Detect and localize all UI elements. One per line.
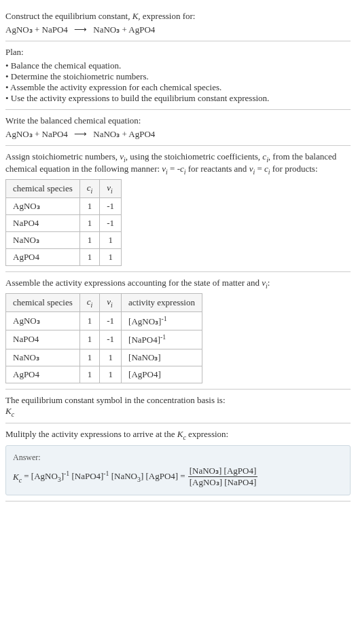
col-v: νi — [100, 294, 122, 312]
plan-section: Plan: Balance the chemical equation. Det… — [5, 41, 351, 110]
activity-section: Assemble the activity expressions accoun… — [5, 272, 351, 390]
cell-c: 1 — [79, 366, 100, 383]
cell-v: 1 — [100, 349, 122, 366]
answer-lhs: Kc = [AgNO3]-1 [NaPO4]-1 [NaNO3] [AgPO4]… — [13, 470, 185, 483]
col-v: νi — [100, 180, 122, 198]
col-species: chemical species — [6, 180, 80, 198]
table-row: NaPO4 1 -1 — [6, 214, 122, 231]
cell-v: 1 — [100, 248, 122, 265]
cell-v: 1 — [100, 231, 122, 248]
balanced-section: Write the balanced chemical equation: Ag… — [5, 110, 351, 146]
balanced-heading: Write the balanced chemical equation: — [5, 115, 351, 126]
plan-list: Balance the chemical equation. Determine… — [5, 60, 351, 104]
table-row: AgNO₃ 1 -1 [AgNO₃]-1 — [6, 311, 202, 330]
intro-eq-rhs: NaNO₃ + AgPO4 — [93, 24, 155, 35]
stoich-section: Assign stoichiometric numbers, νi, using… — [5, 146, 351, 272]
col-activity: activity expression — [122, 294, 202, 312]
activity-table: chemical species ci νi activity expressi… — [5, 293, 202, 383]
activity-heading: Assemble the activity expressions accoun… — [5, 278, 351, 290]
answer-label: Answer: — [13, 453, 343, 463]
multiply-section: Mulitply the activity expressions to arr… — [5, 423, 351, 501]
symbol-heading: The equilibrium constant symbol in the c… — [5, 395, 351, 406]
col-c: ci — [79, 294, 100, 312]
answer-box: Answer: Kc = [AgNO3]-1 [NaPO4]-1 [NaNO3]… — [5, 445, 351, 495]
stoich-heading: Assign stoichiometric numbers, νi, using… — [5, 151, 351, 175]
intro-section: Construct the equilibrium constant, K, e… — [5, 5, 351, 41]
symbol-section: The equilibrium constant symbol in the c… — [5, 390, 351, 424]
cell-activity: [NaNO₃] — [122, 349, 202, 366]
intro-text: Construct the equilibrium constant, K, e… — [5, 11, 351, 22]
table-row: AgNO₃ 1 -1 — [6, 197, 122, 214]
answer-formula: Kc = [AgNO3]-1 [NaPO4]-1 [NaNO3] [AgPO4]… — [13, 466, 343, 488]
multiply-heading: Mulitply the activity expressions to arr… — [5, 429, 351, 441]
plan-item: Balance the chemical equation. — [5, 60, 351, 71]
balanced-eq-lhs: AgNO₃ + NaPO4 — [5, 129, 68, 139]
cell-v: -1 — [100, 197, 122, 214]
cell-v: -1 — [100, 214, 122, 231]
intro-equation: AgNO₃ + NaPO4 ⟶ NaNO₃ + AgPO4 — [5, 24, 351, 35]
arrow-icon: ⟶ — [74, 24, 87, 35]
cell-species: AgPO4 — [6, 366, 80, 383]
answer-numerator: [NaNO₃] [AgPO4] — [188, 466, 258, 477]
table-header-row: chemical species ci νi — [6, 180, 122, 198]
table-row: AgPO4 1 1 [AgPO4] — [6, 366, 202, 383]
table-row: NaPO4 1 -1 [NaPO4]-1 — [6, 330, 202, 349]
cell-c: 1 — [79, 231, 100, 248]
cell-activity: [AgNO₃]-1 — [122, 311, 202, 330]
cell-species: NaPO4 — [6, 330, 80, 349]
cell-species: AgNO₃ — [6, 197, 80, 214]
plan-item: Determine the stoichiometric numbers. — [5, 71, 351, 82]
cell-c: 1 — [79, 197, 100, 214]
cell-v: 1 — [100, 366, 122, 383]
cell-activity: [AgPO4] — [122, 366, 202, 383]
answer-denominator: [AgNO₃] [NaPO4] — [188, 477, 258, 488]
balanced-equation: AgNO₃ + NaPO4 ⟶ NaNO₃ + AgPO4 — [5, 129, 351, 140]
plan-item: Assemble the activity expression for eac… — [5, 82, 351, 93]
cell-species: AgNO₃ — [6, 311, 80, 330]
col-species: chemical species — [6, 294, 80, 312]
plan-heading: Plan: — [5, 47, 351, 58]
table-row: NaNO₃ 1 1 [NaNO₃] — [6, 349, 202, 366]
stoich-table: chemical species ci νi AgNO₃ 1 -1 NaPO4 … — [5, 179, 122, 266]
plan-item: Use the activity expressions to build th… — [5, 93, 351, 104]
cell-species: NaNO₃ — [6, 349, 80, 366]
cell-v: -1 — [100, 330, 122, 349]
cell-c: 1 — [79, 248, 100, 265]
answer-fraction: [NaNO₃] [AgPO4] [AgNO₃] [NaPO4] — [188, 466, 258, 488]
cell-species: NaPO4 — [6, 214, 80, 231]
cell-c: 1 — [79, 214, 100, 231]
table-row: NaNO₃ 1 1 — [6, 231, 122, 248]
balanced-eq-rhs: NaNO₃ + AgPO4 — [93, 129, 155, 139]
intro-eq-lhs: AgNO₃ + NaPO4 — [5, 24, 68, 35]
table-row: AgPO4 1 1 — [6, 248, 122, 265]
cell-c: 1 — [79, 330, 100, 349]
cell-v: -1 — [100, 311, 122, 330]
arrow-icon: ⟶ — [74, 129, 87, 139]
cell-activity: [NaPO4]-1 — [122, 330, 202, 349]
col-c: ci — [79, 180, 100, 198]
table-header-row: chemical species ci νi activity expressi… — [6, 294, 202, 312]
cell-species: NaNO₃ — [6, 231, 80, 248]
cell-c: 1 — [79, 349, 100, 366]
cell-c: 1 — [79, 311, 100, 330]
symbol-value: Kc — [5, 406, 351, 418]
cell-species: AgPO4 — [6, 248, 80, 265]
